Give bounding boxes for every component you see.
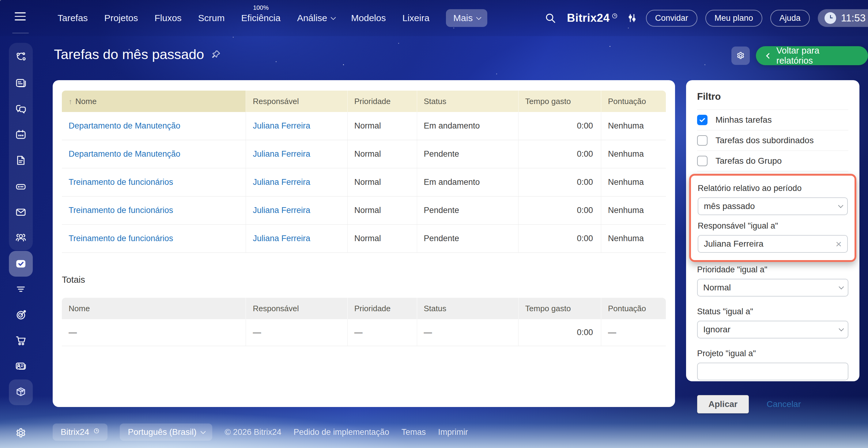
market-icon[interactable] [9,379,33,405]
store-icon[interactable] [9,328,33,353]
project-text-field[interactable] [703,367,842,376]
help-button[interactable]: Ajuda [770,10,810,27]
clock-icon [825,12,836,24]
priority-cell: Normal [348,168,417,197]
project-input[interactable] [697,363,848,380]
column-header-responsavel[interactable]: Responsável [246,91,347,112]
sites-icon[interactable] [9,276,33,302]
cancel-link[interactable]: Cancelar [767,399,801,409]
table-row: Departamento de Manutenção Juliana Ferre… [62,112,666,140]
priority-cell: Normal [348,197,417,225]
priority-select[interactable]: Normal [697,279,848,297]
task-link[interactable]: Departamento de Manutenção [69,121,180,130]
drive-icon[interactable] [9,174,33,200]
table-row: Treinamento de funcionários Juliana Ferr… [62,168,666,197]
nav-modelos[interactable]: Modelos [351,13,385,23]
responsible-link[interactable]: Juliana Ferreira [253,206,310,215]
nav-fluxos[interactable]: Fluxos [154,13,181,23]
sort-ascending-icon: ↑ [69,97,72,106]
score-cell: Nenhuma [601,225,666,253]
vibe-icon[interactable] [9,44,33,70]
column-header-status[interactable]: Status [417,91,519,112]
sliders-icon[interactable] [626,12,638,24]
responsible-link[interactable]: Juliana Ferreira [253,177,310,187]
column-header-prioridade[interactable]: Prioridade [348,91,417,112]
footer-link-themes[interactable]: Temas [402,427,426,437]
checkbox-unchecked-icon[interactable] [697,156,708,166]
checkbox-tarefas-grupo[interactable]: Tarefas do Grupo [697,151,848,171]
column-header-tempo-gasto[interactable]: Tempo gasto [519,91,601,112]
marketing-icon[interactable] [9,302,33,328]
documents-icon[interactable] [9,147,33,173]
responsible-link[interactable]: Juliana Ferreira [253,121,310,130]
task-link[interactable]: Treinamento de funcionários [69,177,173,187]
task-link[interactable]: Treinamento de funcionários [69,206,173,215]
back-to-reports-button[interactable]: Voltar para relatórios [756,46,868,65]
report-settings-button[interactable] [732,46,750,65]
column-header-prioridade: Prioridade [348,298,417,319]
totals-header-row: Nome Responsável Prioridade Status Tempo… [62,298,666,319]
top-right-cluster: Bitrix24 Convidar Meu plano Ajuda 11:53 [544,0,868,36]
calendar-icon[interactable] [9,122,33,147]
footer: Bitrix24 Português (Brasil) © 2026 Bitri… [53,423,468,441]
clear-icon[interactable]: × [836,239,842,249]
menu-icon[interactable] [15,12,26,21]
responsible-link[interactable]: Juliana Ferreira [253,149,310,159]
time-spent-cell: 0:00 [519,168,601,197]
main-nav: Tarefas Projetos Fluxos Scrum 100% Efici… [58,0,487,36]
nav-scrum[interactable]: Scrum [198,13,225,23]
score-cell: Nenhuma [601,168,666,197]
responsible-input[interactable]: Juliana Ferreira × [698,235,848,253]
status-cell: Pendente [417,225,519,253]
tasks-icon[interactable] [9,251,33,277]
checkbox-minhas-tarefas[interactable]: Minhas tarefas [697,110,848,130]
period-select[interactable]: mês passado [698,197,848,215]
report-panel: ↑Nome Responsável Prioridade Status Temp… [53,80,675,407]
footer-brand-button[interactable]: Bitrix24 [53,423,107,441]
search-icon[interactable] [544,12,557,24]
table-row: Treinamento de funcionários Juliana Ferr… [62,197,666,225]
nav-lixeira[interactable]: Lixeira [402,13,429,23]
nav-tarefas[interactable]: Tarefas [58,13,88,23]
contact-center-icon[interactable] [9,353,33,379]
pin-icon[interactable] [211,49,221,60]
priority-cell: Normal [348,140,417,168]
checkbox-unchecked-icon[interactable] [697,135,708,146]
apply-button[interactable]: Aplicar [697,395,749,413]
period-label: Relatório relativo ao período [698,183,848,193]
chevron-down-icon [839,326,844,332]
language-selector[interactable]: Português (Brasil) [120,423,212,441]
chevron-left-icon [766,53,772,59]
messenger-icon[interactable] [9,96,33,122]
nav-eficiencia[interactable]: 100% Eficiência [241,13,281,23]
mail-icon[interactable] [9,199,33,225]
totals-row: — — — — 0:00 — [62,319,666,346]
priority-cell: Normal [348,225,417,253]
totals-cell: — [246,319,347,346]
task-link[interactable]: Treinamento de funcionários [69,234,173,243]
priority-cell: Normal [348,112,417,140]
nav-mais[interactable]: Mais [446,9,487,27]
nav-projetos[interactable]: Projetos [104,13,138,23]
settings-icon[interactable] [9,420,33,446]
footer-link-implementation[interactable]: Pedido de implementação [293,427,389,437]
column-header-nome: Nome [62,298,246,319]
responsible-link[interactable]: Juliana Ferreira [253,234,310,243]
crm-icon[interactable] [9,225,33,251]
clock-widget[interactable]: 11:53 [818,9,868,27]
invite-button[interactable]: Convidar [646,10,698,27]
page-title: Tarefas do mês passado [54,46,204,62]
task-link[interactable]: Departamento de Manutenção [69,149,180,159]
column-header-nome[interactable]: ↑Nome [62,91,246,112]
column-header-pontuacao[interactable]: Pontuação [601,91,666,112]
my-plan-button[interactable]: Meu plano [705,10,762,27]
status-select[interactable]: Ignorar [697,321,848,339]
footer-link-print[interactable]: Imprimir [438,427,468,437]
feed-icon[interactable] [9,70,33,96]
nav-analise[interactable]: Análise [297,13,335,23]
priority-label: Prioridade "igual a" [697,265,848,275]
checkbox-tarefas-subordinados[interactable]: Tarefas dos subordinados [697,130,848,151]
checkbox-checked-icon[interactable] [697,115,708,125]
filter-title: Filtro [697,91,848,102]
chevron-down-icon [838,203,843,208]
